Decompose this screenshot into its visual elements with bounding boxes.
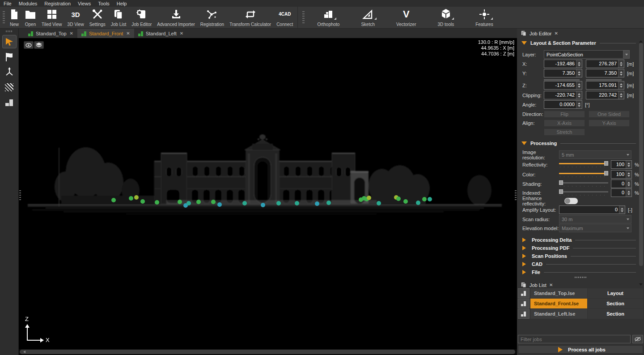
menu-tools[interactable]: Tools xyxy=(94,1,113,6)
menu-registration[interactable]: Registration xyxy=(41,1,74,6)
scan-position-dot[interactable] xyxy=(129,196,133,201)
cad-section-header[interactable]: CAD xyxy=(517,261,644,268)
visibility-toggle-button[interactable] xyxy=(24,41,34,49)
close-job-editor-icon[interactable]: ✕ xyxy=(555,31,558,36)
menu-views[interactable]: Views xyxy=(74,1,94,6)
scroll-up-arrow-icon[interactable] xyxy=(639,38,643,43)
indexed-field[interactable]: 0 xyxy=(611,188,632,197)
x-axis-button[interactable]: X-Axis xyxy=(544,120,585,127)
panel-splitter-handle[interactable] xyxy=(517,277,644,278)
flip-button[interactable]: Flip xyxy=(544,111,585,118)
scan-position-dot[interactable] xyxy=(428,197,432,201)
spinner[interactable] xyxy=(626,189,631,197)
menu-modules[interactable]: Modules xyxy=(15,1,41,6)
viewport-right-splitter[interactable] xyxy=(515,190,517,200)
job-row-standard-top[interactable]: Standard_Top.lse Layout xyxy=(518,288,643,298)
scan-position-dot[interactable] xyxy=(134,195,139,200)
spinner[interactable] xyxy=(576,60,582,68)
reflectivity-field[interactable]: 100 xyxy=(611,160,632,169)
spinner[interactable] xyxy=(576,69,582,77)
stretch-button[interactable]: Stretch xyxy=(544,128,585,136)
shading-field[interactable]: 0 xyxy=(611,180,632,188)
image-resolution-dropdown[interactable]: 5 mm xyxy=(559,150,631,159)
processing-pdf-section-header[interactable]: Processing PDF xyxy=(517,244,644,252)
spinner[interactable] xyxy=(618,60,624,68)
shading-slider[interactable] xyxy=(559,180,608,188)
spinner[interactable] xyxy=(576,91,582,99)
menu-help[interactable]: Help xyxy=(113,1,131,6)
scan-position-dot[interactable] xyxy=(261,203,265,207)
elevation-model-dropdown[interactable]: Maximum xyxy=(559,224,631,232)
scan-position-dot[interactable] xyxy=(326,201,331,205)
menu-file[interactable]: File xyxy=(0,1,15,6)
registration-button[interactable]: Registration xyxy=(198,7,227,28)
z-max-field[interactable]: 175.091 xyxy=(586,81,624,90)
3d-view-button[interactable]: 3D 3D View xyxy=(65,7,87,28)
scan-positions-section-header[interactable]: Scan Positions xyxy=(517,252,644,260)
scroll-down-arrow-icon[interactable] xyxy=(639,283,643,287)
job-row-standard-left[interactable]: Standard_Left.lse Section xyxy=(518,309,643,319)
spinner[interactable] xyxy=(626,161,631,168)
y-min-field[interactable]: 7.350 xyxy=(544,69,582,77)
sidebar-drag-handle[interactable] xyxy=(6,30,13,32)
scan-position-dot[interactable] xyxy=(422,197,427,201)
layer-dropdown[interactable]: PointCabSection xyxy=(544,50,630,59)
job-list-button[interactable]: Job List xyxy=(108,7,129,28)
processing-delta-section-header[interactable]: Processing Delta xyxy=(517,236,644,244)
select-tool-button[interactable] xyxy=(2,35,17,48)
spinner[interactable] xyxy=(618,81,624,89)
filter-jobs-input[interactable] xyxy=(518,335,631,343)
scan-position-dot[interactable] xyxy=(155,200,159,205)
ortho-tool-button[interactable] xyxy=(2,96,17,109)
hatch-tool-button[interactable] xyxy=(2,81,17,94)
scan-position-dot[interactable] xyxy=(186,201,191,205)
orthophoto-module-button[interactable]: Orthophoto xyxy=(306,7,350,28)
horizontal-scrollbar[interactable] xyxy=(19,349,517,355)
spinner[interactable] xyxy=(619,206,625,214)
settings-button[interactable]: Settings xyxy=(87,7,108,28)
scan-position-dot[interactable] xyxy=(315,201,319,206)
vectorizer-module-button[interactable]: V Vectorizer xyxy=(386,7,427,28)
scan-position-dot[interactable] xyxy=(276,201,281,205)
transform-calculator-button[interactable]: Transform Calculator xyxy=(227,7,274,28)
slider-thumb[interactable] xyxy=(559,180,563,185)
file-section-header[interactable]: File xyxy=(517,269,644,276)
x-min-field[interactable]: -192.486 xyxy=(544,60,582,68)
hide-jobs-button[interactable] xyxy=(632,335,643,343)
y-max-field[interactable]: 7.350 xyxy=(586,69,624,77)
close-tab-icon[interactable]: ✕ xyxy=(180,31,183,36)
color-slider[interactable] xyxy=(559,170,608,179)
toolbar-drag-handle-2[interactable] xyxy=(302,11,305,24)
job-editor-scrollbar[interactable] xyxy=(639,38,644,287)
indexed-slider[interactable] xyxy=(559,188,608,197)
layout-section-header[interactable]: Layout & Section Parameter xyxy=(517,39,644,47)
close-tab-icon[interactable]: ✕ xyxy=(126,31,130,36)
scan-radius-dropdown[interactable]: 30 m xyxy=(559,215,631,223)
scan-position-dot[interactable] xyxy=(396,197,401,201)
process-all-jobs-button[interactable]: Process all jobs xyxy=(518,345,643,354)
slider-thumb[interactable] xyxy=(604,161,608,166)
scan-position-dot[interactable] xyxy=(242,201,247,205)
y-axis-button[interactable]: Y-Axis xyxy=(589,120,630,127)
job-row-standard-front[interactable]: Standard_Front.lse Section xyxy=(518,299,643,308)
tab-standard-top[interactable]: Standard_Top ✕ xyxy=(24,29,77,38)
spinner[interactable] xyxy=(626,171,631,178)
amplify-layout-field[interactable]: 0 xyxy=(559,205,625,214)
reflectivity-slider[interactable] xyxy=(559,160,608,169)
flag-tool-button[interactable] xyxy=(2,50,17,64)
open-button[interactable]: Open xyxy=(22,7,39,28)
tab-standard-left[interactable]: Standard_Left ✕ xyxy=(134,29,188,38)
spinner[interactable] xyxy=(618,91,624,99)
scan-position-dot[interactable] xyxy=(295,201,299,205)
color-field[interactable]: 100 xyxy=(611,170,632,179)
toolbar-drag-handle[interactable] xyxy=(3,11,5,24)
tab-standard-front[interactable]: Standard_Front ✕ xyxy=(77,29,134,38)
features-module-button[interactable]: Features xyxy=(465,7,504,28)
scan-position-dot[interactable] xyxy=(140,199,145,204)
xy-range-sliders[interactable] xyxy=(517,79,644,81)
sketch-module-button[interactable]: Sketch xyxy=(350,7,386,28)
enhance-reflectivity-toggle[interactable] xyxy=(564,198,578,204)
layers-button[interactable] xyxy=(34,41,44,49)
close-job-list-icon[interactable]: ✕ xyxy=(549,282,553,287)
scan-position-dot[interactable] xyxy=(211,200,216,204)
